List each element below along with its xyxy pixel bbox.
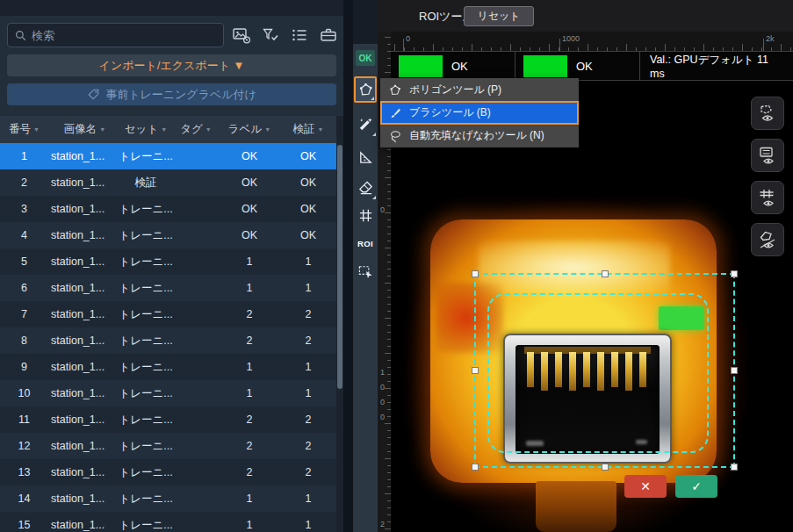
cell-no: 11 — [0, 413, 48, 426]
cancel-roi-button[interactable]: ✕ — [624, 475, 667, 498]
table-scrollbar[interactable] — [336, 116, 343, 532]
eraser-tool[interactable] — [354, 174, 377, 200]
cell-set: トレーニ... — [119, 202, 173, 217]
column-header-3[interactable]: セット▼ — [119, 122, 173, 137]
cell-img: station_1... — [48, 519, 119, 531]
menu-item-3[interactable]: 自動充填なげなわツール (N) — [380, 125, 579, 147]
roi-handle-br[interactable] — [731, 464, 738, 471]
roi-handle-tl[interactable] — [472, 270, 479, 277]
roi-tool[interactable]: ROI — [354, 230, 377, 256]
reset-button[interactable]: リセット — [464, 6, 534, 26]
cell-img: station_1... — [48, 176, 119, 189]
cell-no: 1 — [0, 150, 48, 162]
roi-selection-rect[interactable] — [474, 273, 735, 468]
roi-handle-bm[interactable] — [602, 464, 609, 471]
image-display-settings-icon[interactable] — [232, 25, 251, 45]
roi-handle-tr[interactable] — [731, 270, 738, 277]
v-ruler-label: 1 — [380, 369, 385, 377]
roi-handle-mr[interactable] — [731, 367, 738, 374]
search-box[interactable] — [7, 23, 224, 47]
class-label-1[interactable]: OK — [391, 52, 515, 80]
column-filter-caret-icon[interactable]: ▼ — [161, 126, 167, 133]
dataset-view-icon[interactable] — [319, 25, 338, 45]
grid-cutting-tool[interactable] — [354, 202, 377, 228]
grid-visibility-button[interactable] — [751, 181, 784, 214]
roi-handle-bl[interactable] — [472, 464, 479, 471]
confirm-roi-button[interactable]: ✓ — [675, 475, 717, 498]
label-list-visibility-button[interactable] — [751, 139, 784, 172]
labeling-tool-window: インポート/エクスポート ▼ 事前トレーニングラベル付け 番号▼画像名▼セット▼… — [0, 0, 793, 532]
cell-no: 15 — [0, 519, 48, 531]
search-icon — [14, 29, 27, 42]
cell-set: トレーニ... — [119, 492, 173, 507]
smart-labeling-tool[interactable] — [354, 111, 377, 137]
table-row[interactable]: 6station_1...トレーニ...11 — [0, 275, 336, 301]
mask-visibility-button[interactable] — [751, 223, 784, 256]
cell-no: 13 — [0, 466, 48, 478]
column-header-4[interactable]: タグ▼ — [173, 122, 219, 137]
table-row[interactable]: 12station_1...トレーニ...22 — [0, 433, 336, 459]
cell-img: station_1... — [48, 255, 119, 268]
table-row[interactable]: 13station_1...トレーニ...22 — [0, 459, 336, 485]
cell-label: 2 — [219, 308, 280, 320]
table-row[interactable]: 5station_1...トレーニ...11 — [0, 248, 336, 275]
cell-no: 7 — [0, 308, 48, 320]
cell-img: station_1... — [48, 150, 119, 162]
class-color-swatch — [399, 55, 443, 77]
table-row[interactable]: 10station_1...トレーニ...11 — [0, 380, 336, 406]
current-class-badge[interactable]: OK — [356, 50, 375, 66]
roi-visibility-button[interactable] — [751, 97, 784, 130]
import-export-button[interactable]: インポート/エクスポート ▼ — [7, 54, 336, 76]
cell-verify: 2 — [280, 334, 336, 347]
cell-label: 2 — [219, 334, 280, 347]
column-filter-caret-icon[interactable]: ▼ — [33, 126, 40, 133]
cell-verify: 1 — [280, 492, 336, 505]
table-row[interactable]: 4station_1...トレーニ...OKOK — [0, 222, 336, 248]
column-filter-caret-icon[interactable]: ▼ — [205, 126, 212, 133]
class-label-2[interactable]: OK — [515, 52, 640, 80]
menu-item-2[interactable]: ブラシツール (B) — [380, 101, 579, 125]
template-tool[interactable] — [354, 144, 377, 170]
column-header-6[interactable]: 検証▼ — [280, 122, 336, 137]
column-header-2[interactable]: 画像名▼ — [48, 122, 119, 137]
table-row[interactable]: 14station_1...トレーニ...11 — [0, 485, 336, 512]
cell-verify: 1 — [280, 282, 336, 294]
table-row[interactable]: 8station_1...トレーニ...22 — [0, 327, 336, 354]
roi-handle-tm[interactable] — [602, 270, 609, 277]
cell-no: 12 — [0, 440, 48, 452]
pretrain-labeling-button[interactable]: 事前トレーニングラベル付け — [7, 83, 336, 105]
column-filter-caret-icon[interactable]: ▼ — [264, 126, 270, 133]
cell-img: station_1... — [48, 361, 119, 373]
table-row[interactable]: 3station_1...トレーニ...OKOK — [0, 196, 336, 222]
cell-verify: OK — [280, 176, 336, 189]
table-row[interactable]: 2station_1...検証OKOK — [0, 169, 336, 196]
cell-set: トレーニ... — [119, 439, 173, 454]
lasso-icon — [388, 129, 402, 143]
panel-top-strip — [0, 0, 343, 16]
class-label-text: OK — [451, 60, 468, 73]
h-ruler-label: 1000 — [562, 34, 580, 43]
search-input[interactable] — [32, 29, 217, 42]
column-header-5[interactable]: ラベル▼ — [219, 122, 280, 137]
column-filter-caret-icon[interactable]: ▼ — [99, 126, 105, 133]
list-view-icon[interactable] — [290, 25, 309, 45]
table-row[interactable]: 7station_1...トレーニ...22 — [0, 301, 336, 327]
cell-label: 1 — [219, 361, 280, 373]
menu-item-1[interactable]: ポリゴンツール (P) — [380, 79, 579, 101]
table-row[interactable]: 11station_1...トレーニ...22 — [0, 406, 336, 433]
table-row[interactable]: 15station_1...トレーニ...11 — [0, 512, 336, 532]
class-bar: OKOKVal.: GPUデフォルト 11 ms — [391, 51, 793, 81]
image-canvas[interactable]: ✕ ✓ — [391, 81, 793, 532]
column-filter-caret-icon[interactable]: ▼ — [318, 126, 324, 133]
column-header-1[interactable]: 番号▼ — [0, 122, 48, 137]
polygon-tool[interactable] — [354, 76, 377, 103]
cell-img: station_1... — [48, 203, 119, 215]
cell-img: station_1... — [48, 492, 119, 505]
table-row[interactable]: 1station_1...トレーニ...OKOK — [0, 143, 336, 169]
filter-icon[interactable] — [261, 25, 280, 45]
rect-selection-tool[interactable] — [354, 258, 377, 284]
table-row[interactable]: 9station_1...トレーニ...11 — [0, 354, 336, 380]
cell-label: 1 — [219, 387, 280, 399]
scrollbar-thumb[interactable] — [337, 145, 342, 389]
roi-handle-ml[interactable] — [472, 367, 479, 374]
